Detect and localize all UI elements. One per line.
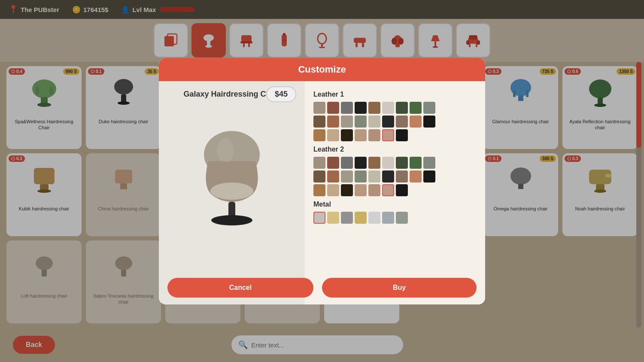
color-swatch[interactable] [341,157,353,169]
color-swatch[interactable] [313,129,325,141]
color-swatch[interactable] [396,129,408,141]
color-swatch[interactable] [341,129,353,141]
color-swatch[interactable] [313,212,325,224]
color-swatch[interactable] [410,157,422,169]
svg-point-91 [211,215,252,225]
color-swatch[interactable] [327,157,339,169]
chair-svg [189,122,275,230]
color-swatch[interactable] [382,116,394,128]
color-swatch[interactable] [355,129,367,141]
color-swatch[interactable] [327,212,339,224]
color-swatch[interactable] [382,170,394,183]
modal-overlay: Customize $45 Galaxy Hairdressing Chair [0,0,644,362]
color-swatch[interactable] [355,157,367,169]
customize-modal: Customize $45 Galaxy Hairdressing Chair [159,58,485,304]
color-swatch[interactable] [313,184,325,196]
metal-label: Metal [313,201,477,208]
color-swatch[interactable] [396,116,408,128]
color-swatch[interactable] [423,116,435,128]
color-swatch[interactable] [313,157,325,169]
metal-color-grid [313,212,477,224]
color-swatch[interactable] [410,116,422,128]
color-swatch[interactable] [355,116,367,128]
chair-name: Galaxy Hairdressing Chair [183,90,280,99]
price-tag: $45 [266,86,296,102]
color-swatch[interactable] [368,212,380,224]
color-swatch[interactable] [327,184,339,196]
cancel-button[interactable]: Cancel [167,278,313,298]
color-swatch[interactable] [341,116,353,128]
color-swatch[interactable] [423,170,435,183]
color-swatch[interactable] [327,116,339,128]
chair-preview [176,103,288,249]
color-swatch[interactable] [368,157,380,169]
color-swatch[interactable] [355,212,367,224]
color-swatch[interactable] [327,102,339,114]
color-swatch[interactable] [341,212,353,224]
svg-point-89 [210,183,253,200]
color-swatch[interactable] [423,157,435,169]
buy-button[interactable]: Buy [322,278,477,298]
modal-body: $45 Galaxy Hairdressing Chair [159,81,485,304]
color-swatch[interactable] [327,170,339,183]
color-swatch[interactable] [368,170,380,183]
color-swatch[interactable] [396,157,408,169]
color-swatch[interactable] [410,102,422,114]
modal-left: $45 Galaxy Hairdressing Chair [159,81,305,304]
leather1-label: Leather 1 [313,91,477,98]
color-swatch[interactable] [423,102,435,114]
color-swatch[interactable] [368,129,380,141]
color-swatch[interactable] [382,157,394,169]
color-swatch[interactable] [313,116,325,128]
color-swatch[interactable] [382,184,394,196]
color-swatch[interactable] [355,102,367,114]
color-swatch[interactable] [396,212,408,224]
color-swatch[interactable] [355,184,367,196]
color-swatch[interactable] [341,102,353,114]
color-swatch[interactable] [410,170,422,183]
color-swatch[interactable] [382,129,394,141]
leather1-color-grid [313,102,477,141]
color-swatch[interactable] [355,170,367,183]
svg-point-92 [217,138,234,162]
color-swatch[interactable] [313,102,325,114]
color-swatch[interactable] [368,102,380,114]
modal-right: Leather 1 Leather 2 Metal [305,81,485,304]
modal-header: Customize [159,58,485,81]
color-swatch[interactable] [396,102,408,114]
modal-title: Customize [298,64,346,75]
color-swatch[interactable] [368,184,380,196]
color-swatch[interactable] [382,102,394,114]
leather2-color-grid [313,157,477,196]
color-swatch[interactable] [327,129,339,141]
color-swatch[interactable] [382,212,394,224]
leather2-label: Leather 2 [313,146,477,153]
color-swatch[interactable] [396,184,408,196]
color-swatch[interactable] [341,170,353,183]
color-swatch[interactable] [368,116,380,128]
color-swatch[interactable] [396,170,408,183]
color-swatch[interactable] [313,170,325,183]
color-swatch[interactable] [341,184,353,196]
